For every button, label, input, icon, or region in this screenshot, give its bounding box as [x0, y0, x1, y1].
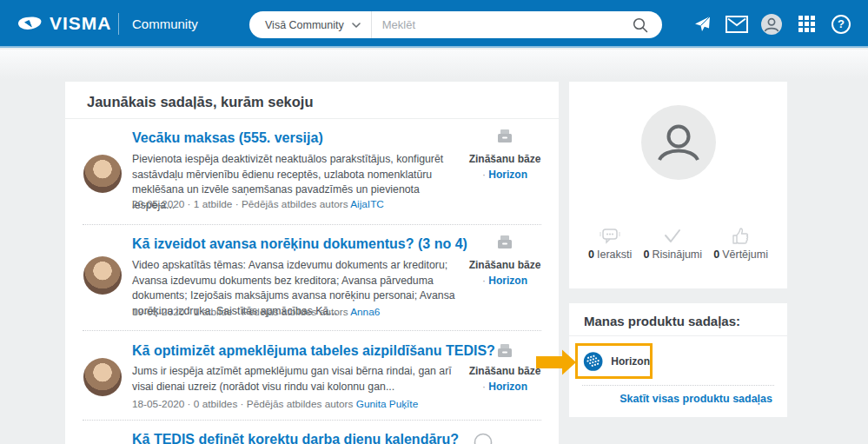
- bullet: ·: [482, 275, 486, 287]
- knowledge-base-icon: [496, 235, 514, 250]
- post-meta-text: 18-05-2020 · 0 atbildes · Pēdējās atbild…: [132, 398, 353, 410]
- community-title[interactable]: Community: [132, 17, 198, 31]
- checkmark-icon: [662, 228, 683, 245]
- product-label: Horizon: [611, 355, 650, 368]
- top-navbar: VISMA Community Visā Community: [0, 0, 868, 48]
- profile-stats: 0Ieraksti 0Risinājumi 0Vērtējumi: [569, 228, 787, 261]
- stat-value: 0: [643, 249, 649, 261]
- visma-logo[interactable]: VISMA: [50, 13, 112, 34]
- brand-divider: [118, 13, 119, 35]
- my-products-heading: Manas produktu sadaļas:: [584, 314, 740, 328]
- post-title-link[interactable]: Kā TEDIS definēt korektu darba dienu kal…: [132, 432, 459, 444]
- mail-icon[interactable]: [726, 13, 748, 36]
- post-title-link[interactable]: Kā izveidot avansa norēķinu dokumentus? …: [132, 236, 467, 252]
- stat-solutions: 0Risinājumi: [643, 228, 702, 261]
- help-glyph: ?: [832, 15, 851, 34]
- help-icon[interactable]: ?: [830, 13, 852, 36]
- my-products-card: Manas produktu sadaļas: Horizon Skatīt v…: [569, 303, 787, 417]
- item-separator: [83, 330, 541, 331]
- person-icon: [653, 116, 705, 169]
- post-title-link[interactable]: Vecāku maksas (555. versija): [132, 130, 323, 146]
- bullet: ·: [482, 381, 486, 393]
- post-meta: 20-05-2020 · 1 atbilde · Pēdējās atbilde…: [132, 198, 384, 210]
- search-scope-value: Visā Community: [265, 19, 344, 31]
- stat-posts: 0Ieraksti: [588, 228, 632, 261]
- category-label: Zināšanu bāze: [447, 153, 562, 165]
- category-product: · Horizon: [447, 275, 562, 287]
- search-scope-dropdown[interactable]: Visā Community: [249, 11, 371, 38]
- post-author-link[interactable]: AijaITC: [350, 198, 384, 210]
- post-title-link[interactable]: Kā optimizēt apmeklējuma tabeles aizpild…: [132, 343, 495, 359]
- knowledge-base-icon: [496, 129, 514, 144]
- stat-label: Risinājumi: [652, 249, 702, 261]
- post-meta: 19-05-2020 · 1 atbilde · Pēdējās atbilde…: [132, 306, 380, 318]
- post-author-avatar[interactable]: [83, 256, 122, 295]
- bullet: ·: [482, 169, 486, 181]
- item-separator: [83, 420, 541, 421]
- visma-swoosh-icon: [17, 15, 43, 32]
- stat-value: 0: [588, 249, 594, 261]
- feed-card: Jaunākais sadaļās, kurām sekoju Vecāku m…: [65, 82, 559, 444]
- category-label: Zināšanu bāze: [447, 259, 562, 271]
- divider: [65, 118, 559, 119]
- category-product: · Horizon: [447, 169, 562, 181]
- post-meta-text: 20-05-2020 · 1 atbilde · Pēdējās atbilde…: [132, 198, 348, 210]
- product-link[interactable]: Horizon: [488, 275, 527, 287]
- thumbs-up-icon: [732, 228, 751, 245]
- post-excerpt: Jums ir iespēja atzīmēt apmeklējumu gan …: [132, 364, 462, 394]
- search-bar: Visā Community: [249, 11, 662, 38]
- post-author-link[interactable]: Gunita Puķīte: [356, 398, 418, 410]
- post-meta-text: 19-05-2020 · 1 atbilde · Pēdējās atbilde…: [132, 306, 348, 318]
- posts-bubble-icon: [600, 228, 620, 245]
- post-meta: 18-05-2020 · 0 atbildes · Pēdējās atbild…: [132, 398, 418, 410]
- knowledge-base-icon: [496, 343, 514, 359]
- chevron-down-icon: [352, 23, 361, 28]
- category-block: [447, 235, 562, 250]
- stat-ratings: 0Vērtējumi: [713, 228, 768, 261]
- dotted-divider: [582, 385, 774, 386]
- send-icon[interactable]: [691, 13, 713, 36]
- profile-avatar-placeholder[interactable]: [641, 105, 716, 180]
- profile-card: 0Ieraksti 0Risinājumi 0Vērtējumi: [569, 82, 787, 288]
- header-icon-group: ?: [691, 0, 852, 48]
- stat-label: Ieraksti: [597, 249, 632, 261]
- post-author-avatar[interactable]: [83, 358, 122, 396]
- product-link[interactable]: Horizon: [488, 381, 527, 393]
- product-item-horizon[interactable]: Horizon: [575, 343, 653, 379]
- stat-value: 0: [713, 249, 719, 261]
- item-separator: [83, 224, 541, 225]
- profile-icon[interactable]: [760, 13, 783, 36]
- apps-grid-icon[interactable]: [795, 13, 818, 36]
- see-all-products-link[interactable]: Skatīt visas produktu sadaļas: [620, 393, 772, 405]
- horizon-globe-icon: [583, 349, 603, 374]
- search-icon[interactable]: [633, 17, 648, 33]
- page-background: Jaunākais sadaļās, kurām sekoju Vecāku m…: [0, 50, 868, 444]
- category-icon-partial: [474, 433, 493, 444]
- category-block: [447, 129, 562, 144]
- highlight-arrow-icon: [536, 349, 577, 375]
- search-input[interactable]: [372, 11, 633, 38]
- post-author-avatar[interactable]: [83, 155, 122, 193]
- feed-heading: Jaunākais sadaļās, kurām sekoju: [87, 94, 313, 110]
- divider: [569, 335, 787, 336]
- product-link[interactable]: Horizon: [488, 169, 527, 181]
- stat-label: Vērtējumi: [722, 249, 768, 261]
- category-product: · Horizon: [447, 381, 562, 393]
- post-author-link[interactable]: Anna6: [350, 306, 380, 318]
